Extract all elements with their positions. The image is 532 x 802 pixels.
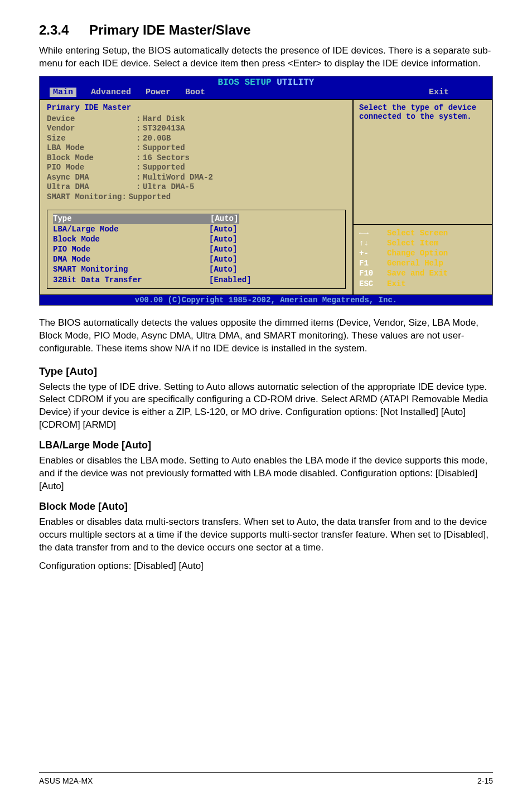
bios-setting-key: 32Bit Data Transfer [53,275,209,285]
bios-nav-key: F1 [359,258,381,268]
type-body: Selects the type of IDE drive. Setting t… [39,381,493,432]
bios-nav-row: ←→Select Screen [359,228,486,238]
bios-tab-exit[interactable]: Exit [429,88,449,97]
bios-detected-val: Supported [143,143,185,153]
bios-detected-key: Vendor [47,124,136,134]
bios-sep: : [136,114,143,124]
bios-detected-val: Supported [128,192,171,202]
bios-setting-row[interactable]: Type[Auto] [53,214,340,224]
bios-nav-row: +-Change Option [359,248,486,258]
bios-copyright: v00.00 (C)Copyright 1985-2002, American … [40,295,492,305]
bios-topbar: BIOS SETUP UTILITY Main Advanced Power B… [40,76,492,99]
bios-detected-key: Ultra DMA [47,182,136,192]
bios-detected-val: Ultra DMA-5 [143,182,194,192]
bios-setting-val: [Auto] [209,264,237,274]
bios-detected-key: SMART Monitoring [47,192,122,202]
bios-detected-val: Supported [143,163,185,173]
bios-nav-label: Save and Exit [387,268,448,278]
bios-left-panel: Primary IDE Master Device: Hard DiskVend… [40,99,353,295]
bios-setting-row[interactable]: LBA/Large Mode[Auto] [53,224,340,234]
bios-setting-row[interactable]: 32Bit Data Transfer[Enabled] [53,275,340,285]
block-heading: Block Mode [Auto] [39,501,493,513]
footer-left: ASUS M2A-MX [39,776,93,785]
bios-sep: : [122,192,128,202]
bios-nav-row: ESCExit [359,279,486,289]
bios-nav-row: F1General Help [359,258,486,268]
bios-sep: : [136,153,143,163]
lba-body: Enables or disables the LBA mode. Settin… [39,455,493,493]
bios-nav-label: General Help [387,258,443,268]
block-body-2: Configuration options: [Disabled] [Auto] [39,560,493,573]
bios-detected-row: PIO Mode: Supported [47,163,346,173]
bios-sep: : [136,163,143,173]
section-number: 2.3.4 [39,22,69,37]
bios-tab-boot[interactable]: Boot [185,88,205,97]
bios-setting-val: [Auto] [209,254,237,264]
bios-detected-list: Device: Hard DiskVendor: ST320413ASize: … [47,114,346,202]
bios-setting-val: [Auto] [209,244,237,254]
bios-tabbar: Main Advanced Power Boot Exit [40,88,492,99]
page-footer: ASUS M2A-MX 2-15 [39,772,493,785]
block-body-1: Enables or disables data multi-sectors t… [39,516,493,554]
bios-nav-row: F10Save and Exit [359,268,486,278]
bios-sep: : [136,143,143,153]
bios-body: Primary IDE Master Device: Hard DiskVend… [40,99,492,295]
bios-nav-key: ESC [359,279,381,289]
bios-nav-key: ↑↓ [359,238,381,248]
bios-page-title: Primary IDE Master [47,103,346,112]
bios-nav-row: ↑↓Select Item [359,238,486,248]
bios-setting-key: Type [53,214,209,224]
bios-setting-row[interactable]: Block Mode[Auto] [53,234,340,244]
bios-detected-val: Hard Disk [143,114,185,124]
bios-detected-key: Device [47,114,136,124]
bios-right-panel: Select the type of device connected to t… [353,99,492,295]
bios-setting-row[interactable]: SMART Monitoring[Auto] [53,264,340,274]
bios-sep: : [136,182,143,192]
bios-detected-row: Async DMA: MultiWord DMA-2 [47,173,346,183]
bios-nav-key: ←→ [359,228,381,238]
bios-help-text: Select the type of device connected to t… [354,100,492,224]
bios-detected-val: MultiWord DMA-2 [143,173,213,183]
lba-heading: LBA/Large Mode [Auto] [39,439,493,451]
bios-nav-key: F10 [359,268,381,278]
bios-detected-val: 16 Sectors [143,153,190,163]
bios-sep: : [136,173,143,183]
bios-detected-key: LBA Mode [47,143,136,153]
intro-paragraph: While entering Setup, the BIOS automatic… [39,45,493,70]
bios-tab-advanced[interactable]: Advanced [91,88,131,97]
bios-setting-key: LBA/Large Mode [53,224,209,234]
bios-setting-key: SMART Monitoring [53,264,209,274]
bios-setting-row[interactable]: PIO Mode[Auto] [53,244,340,254]
bios-detected-row: LBA Mode: Supported [47,143,346,153]
bios-detected-key: PIO Mode [47,163,136,173]
bios-nav-help: ←→Select Screen↑↓Select Item+-Change Opt… [354,224,492,294]
bios-setting-key: Block Mode [53,234,209,244]
bios-sep: : [136,124,143,134]
bios-tab-main[interactable]: Main [50,88,76,97]
bios-nav-label: Change Option [387,248,448,258]
bios-sep: : [136,134,143,144]
bios-detected-key: Async DMA [47,173,136,183]
bios-detected-key: Block Mode [47,153,136,163]
bios-setting-row[interactable]: DMA Mode[Auto] [53,254,340,264]
bios-screenshot: BIOS SETUP UTILITY Main Advanced Power B… [39,76,493,306]
bios-setting-val: [Auto] [209,224,237,234]
bios-detected-row: Vendor: ST320413A [47,124,346,134]
type-heading: Type [Auto] [39,365,493,378]
bios-detected-val: ST320413A [143,124,185,134]
section-heading: 2.3.4 Primary IDE Master/Slave [39,22,493,38]
bios-nav-label: Select Item [387,238,438,248]
bios-tab-power[interactable]: Power [146,88,171,97]
bios-title: BIOS SETUP UTILITY [40,76,492,88]
bios-detected-key: Size [47,134,136,144]
bios-setting-key: DMA Mode [53,254,209,264]
bios-settings-box: Type[Auto]LBA/Large Mode[Auto]Block Mode… [47,210,346,288]
footer-right: 2-15 [477,776,493,785]
bios-detected-row: Block Mode: 16 Sectors [47,153,346,163]
bios-setting-key: PIO Mode [53,244,209,254]
section-title: Primary IDE Master/Slave [89,22,251,37]
bios-detected-val: 20.0GB [143,134,171,144]
bios-nav-label: Exit [387,279,406,289]
bios-setting-val: [Auto] [209,214,239,224]
bios-detected-row: SMART Monitoring: Supported [47,192,346,202]
